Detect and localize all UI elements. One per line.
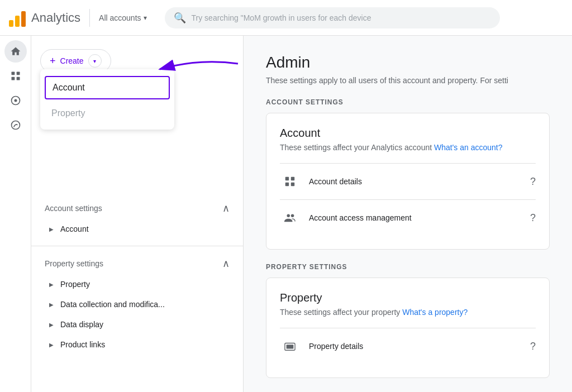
reports-icon [10,70,21,82]
sidebar-item-account[interactable]: ▶ Account [31,219,243,239]
account-card: Account These settings affect your Analy… [266,113,550,250]
property-settings-toggle-icon[interactable]: ∧ [222,257,230,270]
icon-nav [0,36,31,392]
arrow-svg [143,52,244,97]
nav-home[interactable] [4,40,27,63]
account-details-label: Account details [309,177,362,186]
search-bar[interactable]: 🔍 Try searching "MoM growth in users for… [165,7,500,28]
account-settings-label: Account settings [45,204,102,213]
data-collection-arrow-icon: ▶ [49,302,54,308]
sidebar-item-property[interactable]: ▶ Property [31,274,243,294]
account-settings-toggle-icon[interactable]: ∧ [222,202,230,214]
dropdown-item-property[interactable]: Property [40,102,174,125]
svg-rect-11 [291,183,294,186]
property-arrow-icon: ▶ [49,281,54,288]
advertising-icon [10,119,21,131]
property-card-desc-text: These settings affect your property [280,308,402,317]
account-item-label: Account [60,224,89,233]
account-details-row-left: Account details [280,171,362,192]
dropdown-arrow-icon: ▾ [88,54,102,68]
dropdown-property-label: Property [51,108,85,118]
topbar: Analytics All accounts ▾ 🔍 Try searching… [0,0,572,36]
svg-rect-2 [11,77,15,80]
home-icon [10,46,21,57]
svg-rect-3 [16,77,20,80]
svg-rect-10 [285,183,289,186]
property-item-label: Property [60,280,90,289]
sidebar-item-product-links[interactable]: ▶ Product links [31,334,243,355]
account-access-row-left: Account access management [280,208,412,228]
sidebar-item-data-display[interactable]: ▶ Data display [31,314,243,334]
account-card-desc: These settings affect your Analytics acc… [280,143,536,152]
page-subtitle: These settings apply to all users of thi… [266,76,550,85]
explore-icon [10,95,21,106]
account-item-arrow-icon: ▶ [49,226,54,232]
topbar-divider [89,9,90,27]
search-icon: 🔍 [174,12,186,24]
account-card-desc-text: These settings affect your Analytics acc… [280,143,434,152]
property-settings-header: Property settings ∧ [31,253,243,274]
logo-icon [9,9,26,27]
account-access-label: Account access management [309,213,412,222]
main-content: Admin These settings apply to all users … [244,36,572,392]
main-layout: + Create ▾ Account Property [0,36,572,392]
data-display-label: Data display [60,320,103,329]
all-accounts-label: All accounts [99,13,141,22]
dropdown-account-label: Account [53,83,85,92]
data-display-arrow-icon: ▶ [49,322,54,328]
property-details-row[interactable]: Property details ? [280,328,536,364]
svg-rect-1 [16,72,20,75]
product-links-arrow-icon: ▶ [49,342,54,348]
account-settings-section-label: ACCOUNT SETTINGS [266,98,550,106]
search-placeholder-text: Try searching "MoM growth in users for e… [192,13,371,22]
svg-rect-8 [285,177,289,180]
property-settings-section: Property settings ∧ ▶ Property ▶ Data co… [31,248,243,359]
app-logo[interactable]: Analytics [9,9,80,27]
app-title: Analytics [31,11,80,25]
svg-rect-15 [287,345,294,348]
property-card: Property These settings affect your prop… [266,278,550,378]
property-details-label: Property details [309,342,363,351]
svg-point-13 [291,214,294,218]
arrow-annotation [143,52,244,99]
plus-icon: + [50,55,56,67]
svg-rect-0 [11,72,15,75]
property-settings-label: Property settings [45,259,103,268]
account-settings-section: Account settings ∧ ▶ Account [31,193,243,243]
page-title: Admin [266,54,550,71]
property-details-icon [280,336,300,356]
property-settings-section-label: PROPERTY SETTINGS [266,263,550,271]
account-details-icon [280,171,300,192]
whats-a-property-link[interactable]: What's a property? [402,308,468,317]
nav-reports[interactable] [4,65,27,87]
whats-an-account-link[interactable]: What's an account? [434,143,503,152]
account-details-row[interactable]: Account details ? [280,163,536,199]
account-settings-header: Account settings ∧ [31,198,243,219]
property-details-row-left: Property details [280,336,363,356]
data-collection-label: Data collection and modifica... [60,300,165,309]
account-details-help-icon[interactable]: ? [530,176,536,188]
sidebar: + Create ▾ Account Property [31,36,244,392]
property-card-desc: These settings affect your property What… [280,308,536,317]
sidebar-divider [31,246,243,246]
property-details-help-icon[interactable]: ? [530,341,536,352]
all-accounts-selector[interactable]: All accounts ▾ [99,13,146,22]
sidebar-item-data-collection[interactable]: ▶ Data collection and modifica... [31,294,243,314]
account-access-row[interactable]: Account access management ? [280,199,536,236]
all-accounts-arrow-icon: ▾ [144,14,147,22]
svg-point-5 [14,99,17,102]
create-button-label: Create [60,56,84,65]
nav-explore[interactable] [4,89,27,112]
account-access-icon [280,208,300,228]
account-card-title: Account [280,127,536,140]
account-access-help-icon[interactable]: ? [530,212,536,224]
svg-point-12 [287,214,290,218]
nav-advertising[interactable] [4,114,27,136]
svg-rect-9 [291,177,294,180]
property-card-title: Property [280,291,536,304]
product-links-label: Product links [60,340,105,349]
